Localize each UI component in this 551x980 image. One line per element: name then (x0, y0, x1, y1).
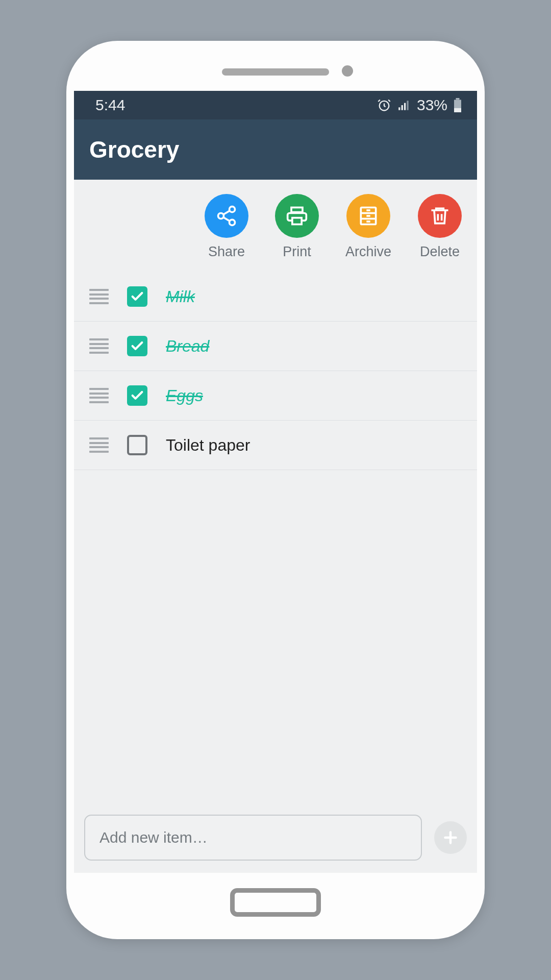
drag-handle-icon[interactable] (89, 338, 109, 354)
trash-icon (418, 194, 462, 238)
home-button[interactable] (230, 888, 321, 917)
svg-rect-7 (454, 108, 461, 112)
status-time: 5:44 (95, 96, 125, 114)
svg-line-11 (223, 211, 230, 214)
share-label: Share (208, 244, 245, 260)
item-text: Milk (166, 287, 195, 306)
svg-rect-14 (292, 218, 302, 225)
item-list: Milk Bread Eggs Toi (74, 272, 477, 804)
share-button[interactable]: Share (205, 194, 248, 260)
alarm-icon (377, 98, 391, 112)
share-icon (205, 194, 248, 238)
drag-handle-icon[interactable] (89, 289, 109, 304)
delete-label: Delete (420, 244, 460, 260)
app-screen: 5:44 33% Grocery (74, 91, 477, 873)
item-checkbox[interactable] (127, 286, 147, 307)
svg-rect-5 (456, 98, 460, 100)
plus-icon (441, 828, 460, 847)
app-header: Grocery (74, 119, 477, 180)
add-item-placeholder: Add new item… (99, 829, 208, 846)
svg-rect-3 (404, 103, 406, 110)
print-button[interactable]: Print (275, 194, 319, 260)
list-item[interactable]: Toilet paper (74, 421, 477, 470)
phone-camera (342, 65, 353, 77)
status-right: 33% (377, 96, 462, 114)
svg-point-10 (229, 219, 235, 225)
battery-text: 33% (417, 96, 447, 114)
svg-point-8 (229, 207, 235, 212)
item-text: Bread (166, 337, 209, 356)
item-checkbox[interactable] (127, 385, 147, 406)
list-item[interactable]: Eggs (74, 371, 477, 421)
drag-handle-icon[interactable] (89, 388, 109, 403)
archive-label: Archive (345, 244, 391, 260)
item-text: Toilet paper (166, 436, 250, 455)
signal-icon (397, 99, 411, 112)
svg-rect-1 (398, 107, 400, 110)
archive-button[interactable]: Archive (345, 194, 391, 260)
svg-line-12 (223, 217, 230, 221)
item-checkbox[interactable] (127, 336, 147, 356)
phone-frame: 5:44 33% Grocery (66, 41, 485, 939)
item-checkbox[interactable] (127, 435, 147, 455)
list-item[interactable]: Milk (74, 272, 477, 322)
add-item-button[interactable] (434, 821, 467, 854)
svg-rect-2 (402, 105, 403, 110)
bottom-bar: Add new item… (74, 804, 477, 873)
print-label: Print (283, 244, 311, 260)
svg-point-9 (218, 213, 223, 219)
svg-rect-13 (291, 208, 303, 212)
delete-button[interactable]: Delete (418, 194, 462, 260)
action-row: Share Print Archive Delete (74, 180, 477, 272)
status-bar: 5:44 33% (74, 91, 477, 119)
printer-icon (275, 194, 319, 238)
drag-handle-icon[interactable] (89, 437, 109, 453)
item-text: Eggs (166, 386, 203, 405)
list-item[interactable]: Bread (74, 322, 477, 371)
page-title: Grocery (89, 136, 179, 163)
archive-icon (346, 194, 390, 238)
battery-icon (454, 98, 462, 112)
svg-rect-4 (407, 101, 408, 110)
add-item-input[interactable]: Add new item… (84, 815, 422, 861)
phone-speaker (222, 68, 329, 76)
